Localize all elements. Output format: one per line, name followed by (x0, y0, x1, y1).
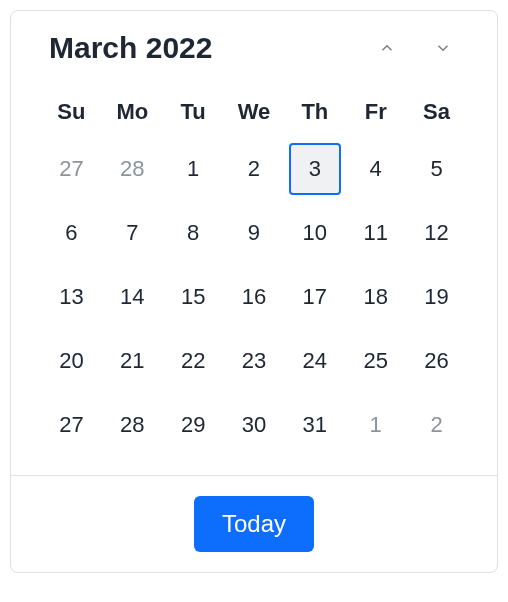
day-cell[interactable]: 4 (345, 143, 406, 195)
day-cell[interactable]: 1 (163, 143, 224, 195)
nav-buttons (371, 32, 459, 64)
day-cell[interactable]: 31 (284, 399, 345, 451)
calendar-header: March 2022 (41, 31, 467, 65)
day-cell[interactable]: 21 (102, 335, 163, 387)
day-cell[interactable]: 5 (406, 143, 467, 195)
day-cell[interactable]: 25 (345, 335, 406, 387)
day-cell[interactable]: 15 (163, 271, 224, 323)
day-cell[interactable]: 20 (41, 335, 102, 387)
day-cell[interactable]: 23 (224, 335, 285, 387)
day-cell[interactable]: 29 (163, 399, 224, 451)
weekday-label: Sa (406, 89, 467, 135)
day-cell[interactable]: 18 (345, 271, 406, 323)
calendar: March 2022 Su Mo Tu We Th Fr Sa 27281234… (10, 10, 498, 573)
weekday-row: Su Mo Tu We Th Fr Sa (41, 89, 467, 135)
day-cell[interactable]: 2 (406, 399, 467, 451)
calendar-footer: Today (11, 475, 497, 572)
day-cell[interactable]: 11 (345, 207, 406, 259)
day-cell[interactable]: 10 (284, 207, 345, 259)
day-cell[interactable]: 1 (345, 399, 406, 451)
chevron-up-icon (378, 39, 396, 57)
day-cell[interactable]: 8 (163, 207, 224, 259)
day-cell[interactable]: 2 (224, 143, 285, 195)
weekday-label: We (224, 89, 285, 135)
day-cell[interactable]: 7 (102, 207, 163, 259)
weekday-label: Tu (163, 89, 224, 135)
day-cell[interactable]: 24 (284, 335, 345, 387)
day-cell[interactable]: 28 (102, 143, 163, 195)
calendar-body: March 2022 Su Mo Tu We Th Fr Sa 27281234… (11, 11, 497, 475)
weekday-label: Su (41, 89, 102, 135)
day-cell[interactable]: 6 (41, 207, 102, 259)
today-button[interactable]: Today (194, 496, 314, 552)
day-cell[interactable]: 3 (289, 143, 341, 195)
day-cell[interactable]: 28 (102, 399, 163, 451)
day-cell[interactable]: 14 (102, 271, 163, 323)
day-cell[interactable]: 17 (284, 271, 345, 323)
days-grid: 2728123456789101112131415161718192021222… (41, 143, 467, 451)
day-cell[interactable]: 16 (224, 271, 285, 323)
weekday-label: Mo (102, 89, 163, 135)
day-cell[interactable]: 12 (406, 207, 467, 259)
weekday-label: Fr (345, 89, 406, 135)
chevron-down-icon (434, 39, 452, 57)
day-cell[interactable]: 27 (41, 143, 102, 195)
month-title[interactable]: March 2022 (49, 31, 212, 65)
day-cell[interactable]: 30 (224, 399, 285, 451)
day-cell[interactable]: 9 (224, 207, 285, 259)
weekday-label: Th (284, 89, 345, 135)
next-month-button[interactable] (427, 32, 459, 64)
day-cell[interactable]: 26 (406, 335, 467, 387)
day-cell[interactable]: 13 (41, 271, 102, 323)
prev-month-button[interactable] (371, 32, 403, 64)
day-cell[interactable]: 19 (406, 271, 467, 323)
day-cell[interactable]: 22 (163, 335, 224, 387)
day-cell[interactable]: 27 (41, 399, 102, 451)
